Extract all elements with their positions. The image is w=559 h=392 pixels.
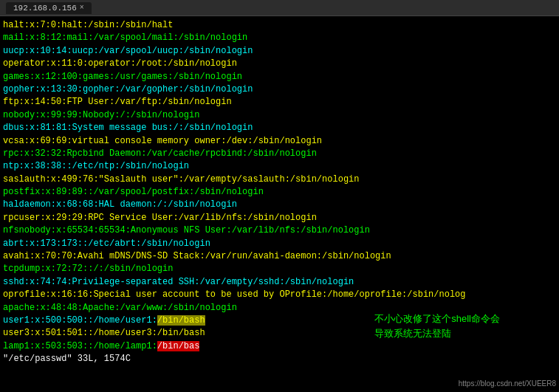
line-ntp: ntp:x:38:38::/etc/ntp:/sbin/nologin (3, 160, 556, 173)
line-oprofile: oprofile:x:16:16:Special user account to… (3, 289, 556, 301)
line-rpcuser: rpcuser:x:29:29:RPC Service User:/var/li… (3, 212, 556, 224)
tab[interactable]: 192.168.0.156 × (6, 2, 92, 14)
annotation-line1: 不小心改修了这个shell命令会 (374, 313, 500, 324)
title-bar: 192.168.0.156 × (0, 0, 559, 16)
terminal-body: halt:x:7:0:halt:/sbin:/sbin/halt mail:x:… (0, 16, 559, 392)
line-rpc: rpc:x:32:32:Rpcbind Daemon:/var/cache/rp… (3, 148, 556, 160)
line-avahi: avahi:x:70:70:Avahi mDNS/DNS-SD Stack:/v… (3, 250, 556, 263)
watermark: https://blog.csdn.net/XUEER8 (459, 379, 556, 388)
line-gopher: gopher:x:13:30:gopher:/var/gopher:/sbin/… (3, 83, 556, 96)
annotation-line2: 导致系统无法登陆 (374, 328, 451, 339)
line-dbus: dbus:x:81:81:System message bus:/:/sbin/… (3, 122, 556, 134)
tab-label: 192.168.0.156 (13, 4, 77, 13)
line-halt: halt:x:7:0:halt:/sbin:/sbin/halt (3, 19, 556, 32)
line-saslauth: saslauth:x:499:76:"Saslauth user":/var/e… (3, 173, 556, 186)
line-nfsnobody: nfsnobody:x:65534:65534:Anonymous NFS Us… (3, 224, 556, 237)
line-postfix: postfix:x:89:89::/var/spool/postfix:/sbi… (3, 186, 556, 199)
line-uucp: uucp:x:10:14:uucp:/var/spool/uucp:/sbin/… (3, 45, 556, 58)
tab-close-button[interactable]: × (80, 4, 84, 12)
line-sshd: sshd:x:74:74:Privilege-separated SSH:/va… (3, 276, 556, 289)
line-operator: operator:x:11:0:operator:/root:/sbin/nol… (3, 58, 556, 70)
line-lamp1: lamp1:x:503:503::/home/lamp1:/bin/bas (3, 340, 556, 353)
line-mail: mail:x:8:12:mail:/var/spool/mail:/sbin/n… (3, 32, 556, 44)
line-abrt: abrt:x:173:173::/etc/abrt:/sbin/nologin (3, 238, 556, 250)
terminal-window: 192.168.0.156 × halt:x:7:0:halt:/sbin:/s… (0, 0, 559, 392)
line-nobody: nobody:x:99:99:Nobody:/:/sbin/nologin (3, 109, 556, 122)
line-lastline: "/etc/passwd" 33L, 1574C (3, 353, 556, 365)
annotation-box: 不小心改修了这个shell命令会 导致系统无法登陆 (374, 312, 500, 340)
line-haldaemon: haldaemon:x:68:68:HAL daemon:/:/sbin/nol… (3, 199, 556, 211)
line-vcsa: vcsa:x:69:69:virtual console memory owne… (3, 135, 556, 148)
user1-shell-highlight: /bin/bash (157, 315, 205, 326)
lamp1-shell-highlight: /bin/bas (157, 341, 200, 351)
line-ftp: ftp:x:14:50:FTP User:/var/ftp:/sbin/nolo… (3, 96, 556, 109)
line-tcpdump: tcpdump:x:72:72::/:/sbin/nologin (3, 263, 556, 275)
line-games: games:x:12:100:games:/usr/games:/sbin/no… (3, 71, 556, 83)
